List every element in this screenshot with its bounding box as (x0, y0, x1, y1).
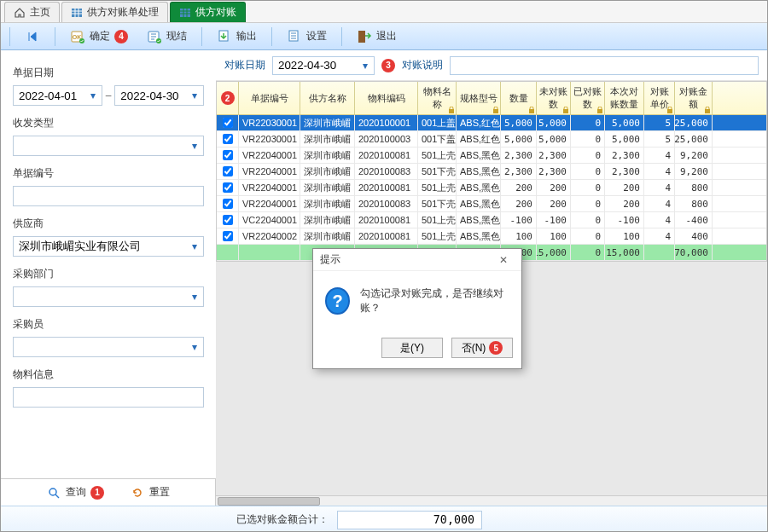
cell-docno: VR22040001 (239, 196, 300, 211)
supplier-input[interactable] (13, 236, 204, 257)
date-to-input[interactable] (114, 85, 204, 106)
cell-spec: ABS,黑色 (457, 164, 501, 179)
col-qty[interactable]: 数量 (501, 82, 537, 114)
col-check[interactable]: 2 (217, 82, 239, 114)
cell-spec: ABS,红色 (457, 131, 501, 147)
row-check[interactable] (217, 131, 239, 147)
type-input[interactable] (13, 136, 204, 156)
dept-input[interactable] (13, 286, 204, 307)
svg-rect-23 (563, 109, 568, 113)
settle-button[interactable]: 现结 (139, 26, 195, 48)
button-label: 输出 (236, 29, 257, 43)
cell-curqty: 200 (605, 180, 644, 195)
settle-icon (147, 29, 162, 44)
cell-matcode: 2020100083 (355, 164, 418, 179)
first-record-button[interactable] (17, 26, 48, 48)
col-docno[interactable]: 单据编号 (239, 82, 300, 114)
recon-desc-input[interactable] (450, 56, 759, 75)
cell-spec: ABS,黑色 (457, 212, 501, 228)
scrollbar-thumb[interactable] (218, 497, 320, 506)
row-check[interactable] (217, 164, 239, 179)
svg-rect-24 (597, 109, 602, 113)
recon-date-combo[interactable]: ▾ (272, 56, 375, 75)
exit-button[interactable]: 退出 (349, 26, 404, 48)
yes-button[interactable]: 是(Y) (381, 338, 443, 358)
tab-reconcile-process[interactable]: 供方对账单处理 (61, 2, 168, 22)
dept-combo[interactable]: ▾ (13, 286, 204, 307)
col-current-qty[interactable]: 本次对账数量 (605, 82, 644, 114)
filter-sidebar: 单据日期 ▾ – ▾ 收发类型 ▾ 单据编号 供应商 ▾ 采购部门 ▾ 采购员 … (1, 50, 216, 478)
table-row[interactable]: VR22040001深圳市峨嵋2020100083501下壳ABS,黑色2,30… (217, 164, 766, 180)
reset-button[interactable]: 重置 (130, 485, 170, 500)
table-row[interactable]: VR22030001深圳市峨嵋2020100001001上盖ABS,红色5,00… (217, 115, 766, 131)
row-check[interactable] (217, 196, 239, 211)
cell-price: 5 (644, 131, 675, 147)
toolbar: OK 确定 4 现结 输出 设置 退出 (1, 23, 767, 50)
col-spec[interactable]: 规格型号 (457, 82, 501, 114)
cell-matcode: 2020100081 (355, 228, 418, 244)
cell-curqty: 5,000 (605, 115, 644, 130)
no-button[interactable]: 否(N)5 (451, 338, 513, 358)
date-from-input[interactable] (13, 85, 102, 106)
buyer-input[interactable] (13, 337, 204, 357)
row-check[interactable] (217, 228, 239, 244)
home-icon (14, 7, 26, 19)
search-icon (46, 485, 61, 500)
table-row[interactable]: VR22030001深圳市峨嵋2020100003001下盖ABS,红色5,00… (217, 131, 766, 147)
cell-spec: ABS,黑色 (457, 180, 501, 195)
date-from-combo[interactable]: ▾ (13, 85, 102, 106)
close-button[interactable]: ✕ (492, 252, 515, 269)
table-row[interactable]: VC22040001深圳市峨嵋2020100081501上壳ABS,黑色-100… (217, 212, 766, 228)
table-row[interactable]: VR22040001深圳市峨嵋2020100081501上壳ABS,黑色2,30… (217, 147, 766, 164)
material-input[interactable] (13, 387, 204, 408)
cell-rec: 0 (571, 228, 605, 244)
confirm-button[interactable]: OK 确定 4 (62, 26, 136, 48)
supplier-combo[interactable]: ▾ (13, 236, 204, 257)
date-to-combo[interactable]: ▾ (114, 85, 204, 106)
tab-reconcile[interactable]: 供方对账 (170, 2, 246, 22)
row-check[interactable] (217, 212, 239, 228)
tab-label: 主页 (30, 5, 50, 20)
row-check[interactable] (217, 180, 239, 195)
cell-supplier: 深圳市峨嵋 (300, 164, 355, 179)
cell-curqty: 200 (605, 196, 644, 211)
col-supplier[interactable]: 供方名称 (300, 82, 355, 114)
table-row[interactable]: VR22040001深圳市峨嵋2020100081501上壳ABS,黑色2002… (217, 180, 766, 196)
status-bar: 已选对账金额合计： (1, 506, 767, 532)
type-combo[interactable]: ▾ (13, 136, 204, 156)
col-unreconciled[interactable]: 未对账数 (537, 82, 571, 114)
reset-icon (130, 485, 145, 500)
row-check[interactable] (217, 147, 239, 163)
tab-home[interactable]: 主页 (4, 2, 60, 22)
exit-icon (357, 29, 372, 44)
table-row[interactable]: VR22040002深圳市峨嵋2020100081501上壳ABS,黑色1001… (217, 228, 766, 245)
recon-date-input[interactable] (272, 56, 375, 75)
tab-strip: 主页 供方对账单处理 供方对账 (1, 1, 767, 23)
status-total-input[interactable] (337, 511, 482, 529)
settings-button[interactable]: 设置 (279, 26, 335, 48)
buyer-combo[interactable]: ▾ (13, 337, 204, 357)
query-badge: 1 (90, 486, 104, 500)
row-check[interactable] (217, 115, 239, 130)
cell-matname: 501下壳 (418, 164, 457, 179)
export-button[interactable]: 输出 (209, 26, 265, 48)
cell-matcode: 2020100001 (355, 115, 418, 130)
col-amount[interactable]: 对账金额 (675, 82, 713, 114)
button-label: 退出 (376, 29, 397, 43)
cell-rec: 0 (571, 196, 605, 211)
table-row[interactable]: VR22040001深圳市峨嵋2020100083501下壳ABS,黑色2002… (217, 196, 766, 212)
col-price[interactable]: 对账单价 (644, 82, 675, 114)
svg-rect-21 (493, 109, 498, 113)
docno-input[interactable] (13, 186, 204, 206)
query-button[interactable]: 查询 1 (46, 485, 104, 500)
svg-rect-25 (667, 109, 672, 113)
col-material-code[interactable]: 物料编码 (355, 82, 418, 114)
recon-date-label: 对账日期 (224, 58, 265, 72)
confirm-dialog: 提示 ✕ ? 勾选记录对账完成，是否继续对账？ 是(Y) 否(N)5 (312, 248, 522, 369)
col-reconciled[interactable]: 已对账数 (571, 82, 605, 114)
col-material-name[interactable]: 物料名称 (418, 82, 457, 114)
horizontal-scrollbar[interactable] (216, 495, 767, 506)
svg-rect-22 (529, 109, 534, 113)
cell-qty: 100 (501, 228, 537, 244)
cell-supplier: 深圳市峨嵋 (300, 196, 355, 211)
